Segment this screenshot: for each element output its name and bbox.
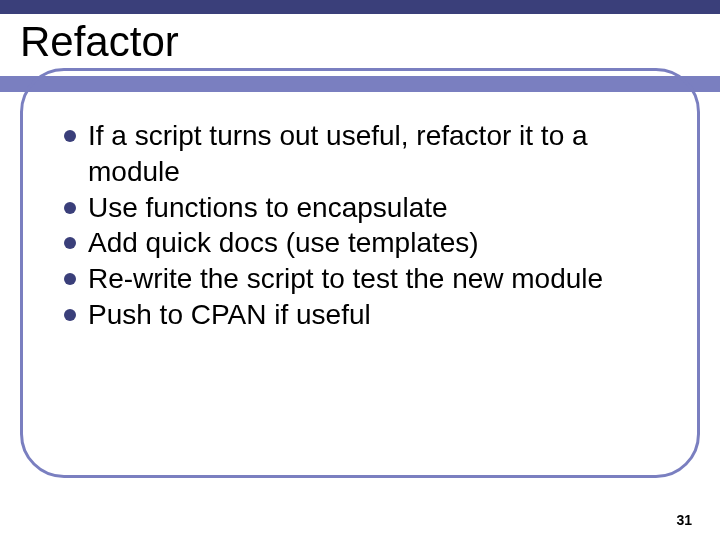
bullet-list: If a script turns out useful, refactor i…	[64, 118, 664, 333]
slide: Refactor If a script turns out useful, r…	[0, 0, 720, 540]
list-item: Add quick docs (use templates)	[64, 225, 664, 261]
list-item: If a script turns out useful, refactor i…	[64, 118, 664, 190]
list-item: Re-write the script to test the new modu…	[64, 261, 664, 297]
slide-title: Refactor	[20, 18, 179, 66]
top-bar	[0, 0, 720, 14]
page-number: 31	[676, 512, 692, 528]
content-area: If a script turns out useful, refactor i…	[64, 118, 664, 333]
list-item: Push to CPAN if useful	[64, 297, 664, 333]
list-item: Use functions to encapsulate	[64, 190, 664, 226]
